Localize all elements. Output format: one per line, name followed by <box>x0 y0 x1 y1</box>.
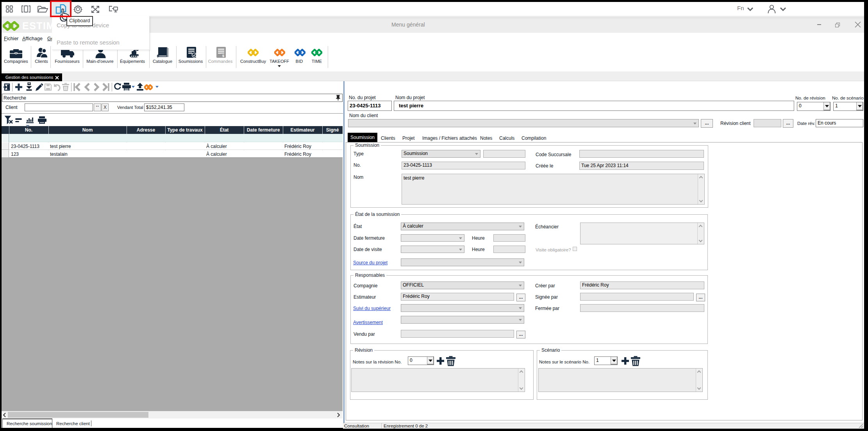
svg-text:$: $ <box>222 54 224 58</box>
